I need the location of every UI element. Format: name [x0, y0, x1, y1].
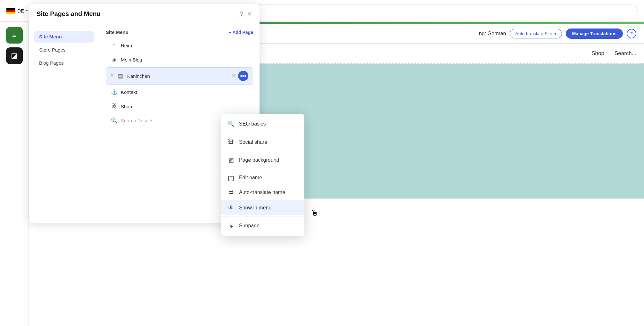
- edit-name-icon: [T]: [227, 175, 235, 181]
- panel-title: Site Pages and Menu: [37, 10, 101, 18]
- page-item-kaninchen[interactable]: ⠿ ▤ Kaninchen 👁 •••: [106, 67, 253, 85]
- panel-close-button[interactable]: ✕: [247, 11, 252, 18]
- panel-header: Site Pages and Menu ? ✕: [29, 4, 260, 24]
- language-selector[interactable]: DE ▾: [6, 8, 28, 14]
- page-name-kontakt: Kontakt: [121, 89, 248, 95]
- auto-translate-button[interactable]: Auto-translate Site ▾: [510, 29, 562, 38]
- nav-store-pages[interactable]: Store Pages: [34, 44, 94, 56]
- context-seo-basics[interactable]: 🔍 SEO basics: [221, 116, 304, 132]
- search-results-icon: 🔍: [111, 117, 118, 124]
- kaninchen-icon: ▤: [117, 73, 124, 79]
- more-options-button[interactable]: •••: [238, 71, 248, 81]
- panel-help-icon[interactable]: ?: [240, 11, 243, 17]
- section-title: Site Menu: [106, 29, 128, 35]
- translation-language: ng: German: [479, 31, 506, 37]
- page-name-heim: Heim: [121, 43, 248, 48]
- context-show-in-menu[interactable]: 👁 Show in menu: [221, 200, 304, 215]
- context-menu: 🔍 SEO basics 🖼 Social share ▨ Page backg…: [221, 114, 304, 236]
- divider-4: [221, 216, 304, 217]
- chevron-down-icon: ▾: [554, 31, 557, 36]
- left-sidebar: ≡ ◪: [0, 22, 29, 326]
- shop-icon: ⛓: [111, 103, 118, 110]
- social-share-label: Social share: [239, 139, 267, 145]
- context-edit-name[interactable]: [T] Edit name: [221, 171, 304, 185]
- seo-basics-label: SEO basics: [239, 121, 266, 127]
- panel-navigation: Site Menu Store Pages Blog Pages: [29, 24, 99, 223]
- blog-icon: ◈: [111, 56, 118, 63]
- page-name-mein-blog: Mein Blog: [121, 57, 248, 62]
- heim-icon: ⌂: [111, 42, 118, 49]
- sidebar-design-icon[interactable]: ◪: [6, 47, 23, 64]
- panel-actions: ? ✕: [240, 11, 252, 18]
- show-in-menu-icon: 👁: [227, 204, 235, 211]
- page-item-kontakt[interactable]: ⚓ Kontakt: [106, 85, 253, 99]
- auto-translate-label: Auto-translate Site: [515, 31, 552, 36]
- page-item-mein-blog[interactable]: ◈ Mein Blog: [106, 53, 253, 67]
- show-in-menu-label: Show in menu: [239, 205, 271, 211]
- flag-icon: [6, 8, 15, 14]
- auto-translate-name-icon: ⇄: [227, 189, 235, 196]
- nav-site-menu[interactable]: Site Menu: [34, 31, 94, 43]
- page-name-kaninchen: Kaninchen: [127, 73, 228, 79]
- social-share-icon: 🖼: [227, 139, 235, 145]
- context-subpage[interactable]: ↳ Subpage: [221, 218, 304, 233]
- section-header: Site Menu + Add Page: [106, 29, 253, 35]
- context-social-share[interactable]: 🖼 Social share: [221, 134, 304, 150]
- page-item-shop[interactable]: ⛓ Shop: [106, 100, 253, 113]
- context-page-background[interactable]: ▨ Page background: [221, 152, 304, 168]
- divider-2: [221, 151, 304, 151]
- seo-icon: 🔍: [227, 120, 235, 127]
- page-item-heim[interactable]: ⌂ Heim: [106, 39, 253, 52]
- subpage-label: Subpage: [239, 223, 260, 229]
- eye-icon[interactable]: 👁: [231, 73, 236, 79]
- divider-3: [221, 169, 304, 169]
- nav-item-search: Search...: [615, 50, 636, 57]
- chevron-down-icon: ▾: [26, 9, 28, 13]
- sidebar-pages-icon[interactable]: ≡: [6, 27, 23, 44]
- context-auto-translate[interactable]: ⇄ Auto-translate name: [221, 185, 304, 200]
- page-background-icon: ▨: [227, 157, 235, 164]
- nav-blog-pages[interactable]: Blog Pages: [34, 57, 94, 69]
- divider-1: [221, 133, 304, 133]
- add-page-button[interactable]: + Add Page: [229, 30, 253, 35]
- drag-handle-icon: ⠿: [111, 74, 114, 78]
- page-name-shop: Shop: [121, 104, 248, 109]
- manage-translations-button[interactable]: Manage Translations: [566, 29, 623, 39]
- auto-translate-name-label: Auto-translate name: [239, 190, 285, 195]
- nav-item-shop: Shop: [591, 50, 604, 57]
- help-button[interactable]: ?: [627, 29, 636, 38]
- subpage-icon: ↳: [227, 222, 235, 229]
- language-code: DE: [17, 8, 24, 13]
- page-background-label: Page background: [239, 157, 279, 163]
- page-item-actions: 👁 •••: [231, 71, 248, 81]
- edit-name-label: Edit name: [239, 175, 262, 181]
- kontakt-icon: ⚓: [111, 89, 118, 95]
